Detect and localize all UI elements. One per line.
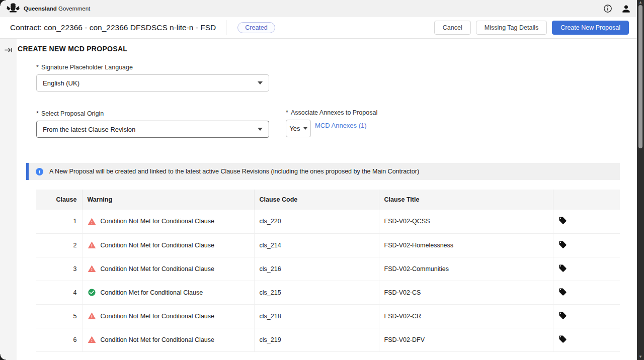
field-associate-annexes: *Associate Annexes to Proposal Yes MCD A… xyxy=(286,64,377,138)
proposal-origin-select[interactable]: From the latest Clause Revision xyxy=(36,121,269,138)
table-row[interactable]: 6 Condition Not Met for Conditional Clau… xyxy=(36,328,620,351)
top-app-bar: Queensland Government xyxy=(0,0,644,17)
table-row[interactable]: 4 Condition Met for Conditional Clause c… xyxy=(36,281,620,304)
brand-bold: Queensland xyxy=(24,6,57,12)
page-title: CREATE NEW MCD PROPOSAL xyxy=(0,39,644,53)
collapsed-sidebar xyxy=(0,39,17,360)
cancel-button[interactable]: Cancel xyxy=(434,21,471,35)
clause-number: 3 xyxy=(36,257,82,281)
clause-code: cls_220 xyxy=(254,210,379,233)
status-badge: Created xyxy=(237,22,275,34)
tag-icon[interactable] xyxy=(558,240,567,249)
warning-text: Condition Not Met for Conditional Clause xyxy=(101,265,215,273)
header-warning: Warning xyxy=(82,190,254,210)
user-account-icon[interactable] xyxy=(621,4,631,14)
clause-title: FSD-V02-Homelessness xyxy=(379,233,553,257)
proposal-origin-label: *Select Proposal Origin xyxy=(36,110,269,117)
chevron-down-icon xyxy=(303,127,307,130)
info-icon[interactable] xyxy=(603,4,613,14)
signature-language-label: *Signature Placeholder Language xyxy=(36,64,269,71)
warning-triangle-icon xyxy=(88,264,96,273)
clause-title: FSD-V02-QCSS xyxy=(379,210,553,233)
table-row[interactable]: 5 Condition Not Met for Conditional Clau… xyxy=(36,304,620,328)
clause-number: 1 xyxy=(36,210,82,233)
success-check-icon xyxy=(88,288,96,297)
warning-triangle-icon xyxy=(88,335,96,344)
warning-text: Condition Met for Conditional Clause xyxy=(101,289,203,296)
field-signature-language: *Signature Placeholder Language English … xyxy=(36,64,269,138)
scroll-down-icon[interactable]: ▼ xyxy=(638,354,642,359)
warning-text: Condition Not Met for Conditional Clause xyxy=(101,313,215,320)
clause-title: FSD-V02-CR xyxy=(379,304,553,328)
clause-number: 6 xyxy=(36,328,82,351)
expand-sidebar-icon[interactable] xyxy=(4,45,13,54)
required-asterisk: * xyxy=(36,110,39,117)
table-row[interactable]: 1 Condition Not Met for Conditional Clau… xyxy=(36,210,620,233)
window-corner xyxy=(0,0,6,6)
table-header-row: Clause Warning Clause Code Clause Title xyxy=(36,190,620,210)
chevron-down-icon xyxy=(258,128,263,131)
info-banner-text: A New Proposal will be created and linke… xyxy=(49,168,419,175)
clause-title: FSD-V02-CS xyxy=(379,281,553,304)
clause-code: cls_214 xyxy=(254,233,379,257)
header-actions xyxy=(553,190,620,210)
clause-code: cls_219 xyxy=(254,328,379,351)
clause-title: FSD-V02-Communities xyxy=(379,257,553,281)
header-clause-title: Clause Title xyxy=(379,190,553,210)
required-asterisk: * xyxy=(36,64,39,71)
clause-number: 4 xyxy=(36,281,82,304)
tag-icon[interactable] xyxy=(558,335,567,343)
chevron-down-icon xyxy=(258,81,263,84)
scroll-up-icon[interactable]: ▲ xyxy=(638,0,642,5)
contract-title: Contract: con_22366 - con_22366 DFSDSCS … xyxy=(10,23,216,32)
clause-title: FSD-V02-DFV xyxy=(379,328,553,351)
info-icon: i xyxy=(36,168,43,175)
clause-code: cls_218 xyxy=(254,304,379,328)
scrollbar-thumb[interactable] xyxy=(638,5,642,148)
warning-triangle-icon xyxy=(88,241,96,249)
tag-icon[interactable] xyxy=(558,216,567,225)
table-row[interactable]: 2 Condition Not Met for Conditional Clau… xyxy=(36,233,620,257)
warning-triangle-icon xyxy=(88,217,96,226)
warning-text: Condition Not Met for Conditional Clause xyxy=(101,218,215,225)
create-new-proposal-button[interactable]: Create New Proposal xyxy=(552,21,629,35)
clause-number: 5 xyxy=(36,304,82,328)
tag-icon[interactable] xyxy=(558,311,567,320)
coat-of-arms-icon xyxy=(6,3,20,15)
associate-annexes-label: *Associate Annexes to Proposal xyxy=(286,109,377,116)
header-clause: Clause xyxy=(36,190,82,210)
brand-text: Queensland Government xyxy=(24,6,90,12)
associate-annexes-value: Yes xyxy=(289,125,300,132)
clause-table-body: 1 Condition Not Met for Conditional Clau… xyxy=(36,210,620,351)
clause-table: Clause Warning Clause Code Clause Title … xyxy=(36,190,620,352)
contract-header: Contract: con_22366 - con_22366 DFSDSCS … xyxy=(0,17,644,39)
warning-text: Condition Not Met for Conditional Clause xyxy=(101,242,215,249)
clause-number: 2 xyxy=(36,233,82,257)
missing-tag-details-button[interactable]: Missing Tag Details xyxy=(476,21,547,35)
associate-annexes-select[interactable]: Yes xyxy=(286,120,311,137)
tag-icon[interactable] xyxy=(558,264,567,273)
info-banner: i A New Proposal will be created and lin… xyxy=(26,163,620,180)
required-asterisk: * xyxy=(286,109,288,116)
warning-text: Condition Not Met for Conditional Clause xyxy=(101,336,215,343)
signature-language-value: English (UK) xyxy=(43,79,79,87)
tag-icon[interactable] xyxy=(558,288,567,296)
table-row[interactable]: 3 Condition Not Met for Conditional Clau… xyxy=(36,257,620,281)
clause-code: cls_216 xyxy=(254,257,379,281)
main-content: CREATE NEW MCD PROPOSAL *Signature Place… xyxy=(0,39,644,352)
mcd-annexes-link[interactable]: MCD Annexes (1) xyxy=(315,122,367,129)
proposal-origin-value: From the latest Clause Revision xyxy=(43,126,135,133)
signature-language-select[interactable]: English (UK) xyxy=(36,74,269,92)
header-divider xyxy=(226,20,226,35)
header-clause-code: Clause Code xyxy=(254,190,379,210)
vertical-scrollbar[interactable]: ▲ ▼ xyxy=(637,0,644,360)
warning-triangle-icon xyxy=(88,312,96,320)
brand-regular: Government xyxy=(58,6,90,12)
queensland-government-logo: Queensland Government xyxy=(6,3,90,15)
window-corner xyxy=(0,354,6,360)
clause-code: cls_215 xyxy=(254,281,379,304)
